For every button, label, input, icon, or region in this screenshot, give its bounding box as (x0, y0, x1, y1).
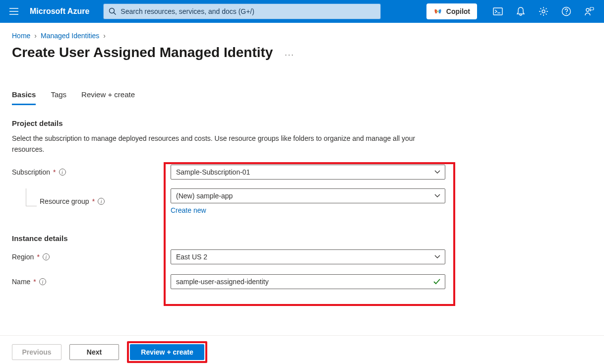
person-feedback-icon (584, 6, 594, 16)
checkmark-icon (433, 278, 441, 286)
breadcrumb-home[interactable]: Home (12, 32, 30, 40)
subscription-select[interactable]: Sample-Subscription-01 (171, 165, 445, 180)
bell-icon (516, 6, 525, 16)
svg-rect-3 (493, 8, 502, 15)
name-label: Name (12, 278, 30, 286)
info-icon[interactable]: i (59, 169, 66, 176)
svg-point-7 (566, 13, 567, 14)
footer-separator (0, 335, 604, 336)
svg-point-5 (542, 10, 545, 13)
feedback-button[interactable] (578, 1, 600, 21)
search-icon (109, 7, 117, 15)
copilot-label: Copilot (446, 7, 470, 15)
cloud-shell-button[interactable] (487, 1, 509, 21)
instance-details-heading: Instance details (12, 234, 592, 243)
svg-point-8 (586, 8, 589, 11)
search-input[interactable]: Search resources, services, and docs (G+… (103, 3, 381, 19)
subscription-value: Sample-Subscription-01 (176, 168, 250, 176)
help-button[interactable] (555, 1, 577, 21)
copilot-icon (433, 7, 442, 16)
region-label: Region (12, 253, 34, 261)
hamburger-icon (9, 8, 18, 15)
chevron-down-icon (434, 255, 440, 259)
resource-group-row: Resource group * i (New) sample-app Crea… (12, 188, 592, 214)
highlight-annotation: Review + create (127, 341, 207, 363)
chevron-down-icon (434, 170, 440, 174)
info-icon[interactable]: i (98, 198, 105, 205)
name-row: Name * i sample-user-assigned-identity (12, 273, 592, 290)
cloud-shell-icon (493, 7, 503, 15)
tab-tags[interactable]: Tags (51, 90, 66, 105)
tree-elbow-icon (26, 188, 37, 206)
region-select[interactable]: East US 2 (171, 249, 445, 264)
create-new-link[interactable]: Create new (171, 206, 206, 214)
notifications-button[interactable] (510, 1, 532, 21)
resource-group-select[interactable]: (New) sample-app (171, 188, 445, 203)
breadcrumb: Home › Managed Identities › (12, 32, 592, 40)
required-marker: * (53, 168, 56, 176)
brand-label[interactable]: Microsoft Azure (27, 7, 96, 16)
top-icon-bar (487, 1, 600, 21)
svg-rect-9 (590, 7, 594, 10)
name-value: sample-user-assigned-identity (176, 278, 269, 286)
search-placeholder: Search resources, services, and docs (G+… (121, 7, 254, 15)
previous-button: Previous (12, 344, 61, 360)
project-details-description: Select the subscription to manage deploy… (12, 133, 419, 155)
help-icon (561, 6, 571, 16)
footer-bar: Previous Next Review + create (0, 340, 604, 364)
info-icon[interactable]: i (39, 278, 46, 285)
page-title: Create User Assigned Managed Identity (12, 45, 273, 61)
project-details-heading: Project details (12, 119, 592, 127)
more-actions-button[interactable]: ··· (285, 51, 294, 60)
top-bar: Microsoft Azure Search resources, servic… (0, 0, 604, 23)
resource-group-label: Resource group (40, 197, 89, 205)
chevron-right-icon: › (103, 32, 106, 40)
subscription-label: Subscription (12, 168, 50, 176)
subscription-row: Subscription * i Sample-Subscription-01 (12, 164, 592, 181)
hamburger-menu[interactable] (4, 1, 24, 21)
review-create-button[interactable]: Review + create (130, 344, 204, 360)
info-icon[interactable]: i (43, 253, 50, 260)
svg-line-1 (114, 12, 116, 14)
required-marker: * (33, 278, 36, 286)
required-marker: * (37, 253, 39, 261)
required-marker: * (92, 197, 95, 205)
chevron-right-icon: › (34, 32, 37, 40)
resource-group-value: (New) sample-app (176, 192, 233, 200)
tab-review-create[interactable]: Review + create (81, 90, 135, 105)
settings-button[interactable] (533, 1, 554, 21)
region-value: East US 2 (176, 253, 207, 261)
breadcrumb-managed-identities[interactable]: Managed Identities (41, 32, 99, 40)
tab-basics[interactable]: Basics (12, 90, 36, 105)
region-row: Region * i East US 2 (12, 248, 592, 265)
chevron-down-icon (434, 194, 440, 198)
name-input[interactable]: sample-user-assigned-identity (171, 274, 445, 289)
copilot-button[interactable]: Copilot (426, 3, 477, 19)
tabs: Basics Tags Review + create (12, 90, 592, 105)
svg-point-2 (437, 11, 438, 12)
svg-point-0 (110, 8, 115, 13)
next-button[interactable]: Next (69, 344, 119, 360)
gear-icon (539, 6, 548, 16)
